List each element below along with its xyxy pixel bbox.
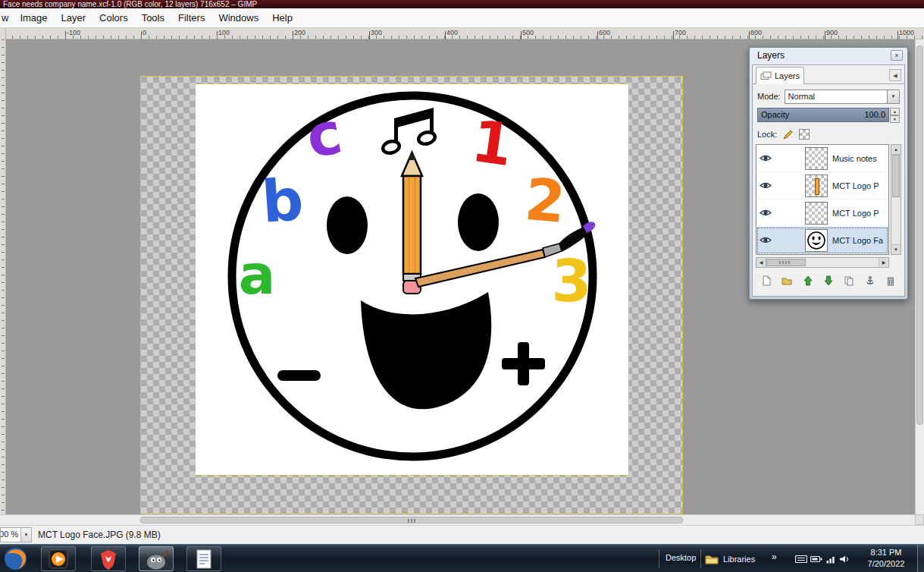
right-eye	[458, 193, 499, 251]
logo-number-2: 2	[522, 165, 568, 236]
delete-layer-button[interactable]	[882, 273, 900, 288]
scroll-up-icon[interactable]: ▲	[891, 145, 901, 155]
taskbar-divider	[659, 549, 659, 568]
minus-sign	[277, 370, 321, 381]
canvas-horizontal-scrollbar[interactable]	[0, 514, 915, 525]
menu-item-layer[interactable]: Layer	[55, 8, 93, 27]
ruler-tick-label: 1000	[899, 29, 914, 36]
menu-item-colors[interactable]: Colors	[92, 8, 135, 27]
anchor-layer-button[interactable]	[861, 273, 879, 288]
scrollbar-thumb[interactable]	[140, 517, 683, 523]
opacity-slider[interactable]: Opacity 100.0	[757, 108, 889, 122]
scrollbar-grip	[408, 519, 417, 523]
ruler-tick-label: 700	[675, 29, 686, 36]
close-icon[interactable]: ×	[891, 50, 903, 61]
lock-pixels-pencil-icon[interactable]	[782, 129, 794, 140]
opacity-label: Opacity	[761, 110, 789, 119]
chain-link-cell[interactable]	[775, 145, 805, 171]
new-layer-group-button[interactable]	[778, 273, 796, 288]
volume-icon[interactable]	[838, 552, 851, 565]
show-desktop-button[interactable]	[917, 545, 924, 572]
layers-dialog-titlebar[interactable]: Layers ×	[750, 48, 907, 64]
mode-label: Mode:	[757, 92, 781, 101]
menu-item-image[interactable]: Image	[13, 8, 54, 27]
tray-overflow-chevron[interactable]: »	[772, 552, 777, 562]
layer-row-selected[interactable]: MCT Logo Fa	[756, 227, 888, 254]
menu-item-filters[interactable]: Filters	[171, 8, 211, 27]
libraries-toolbar[interactable]: Libraries	[705, 550, 755, 568]
mini-smiley-icon	[806, 230, 827, 251]
ruler-tick-label: 200	[294, 29, 305, 36]
ruler-tick-label: 500	[522, 29, 534, 36]
duplicate-layer-button[interactable]	[840, 273, 858, 288]
horizontal-ruler[interactable]: -100 0 100 200 300 400 500 600 700 800 9…	[0, 28, 924, 39]
opacity-value: 100.0	[864, 110, 885, 119]
new-layer-button[interactable]	[757, 273, 775, 288]
spin-up-icon[interactable]: ▲	[890, 108, 900, 115]
tab-layers[interactable]: Layers	[756, 67, 804, 84]
layers-dialog-body: Layers ◀ Mode: Normal ▼ Opacity 100.0 ▲ …	[752, 64, 905, 297]
scroll-right-icon[interactable]: ▶	[879, 258, 888, 267]
window-titlebar[interactable]: Face needs company name.xcf-1.0 (RGB col…	[0, 0, 924, 8]
mct-logo-artwork: c b a 1 2 3	[141, 77, 683, 514]
scrollbar-thumb[interactable]	[916, 46, 923, 425]
keyboard-input-icon[interactable]	[794, 552, 807, 565]
scroll-left-icon[interactable]: ◀	[756, 258, 766, 267]
zoom-dropdown-arrow-icon[interactable]: ▼	[21, 527, 32, 542]
layers-dialog[interactable]: Layers × Layers ◀ Mode: Normal ▼ Opacity…	[749, 47, 908, 300]
chain-link-cell[interactable]	[775, 200, 805, 226]
visibility-eye-icon[interactable]	[756, 236, 775, 244]
layer-row[interactable]: Music notes	[756, 145, 888, 172]
canvas-navigation-button[interactable]	[915, 514, 924, 525]
spin-down-icon[interactable]: ▼	[890, 115, 900, 123]
mini-pencil-icon	[815, 178, 819, 195]
panel-collapse-icon[interactable]: ◀	[889, 69, 901, 81]
layer-row[interactable]: MCT Logo P	[756, 172, 888, 200]
clock-date: 7/20/2022	[860, 558, 913, 570]
writer-taskbar-icon[interactable]	[186, 546, 221, 571]
gimp-taskbar-icon[interactable]	[139, 546, 174, 571]
network-icon[interactable]	[825, 552, 838, 565]
layer-list-horizontal-scrollbar[interactable]: ◀ ▶	[756, 257, 889, 268]
layers-stack-icon	[760, 71, 772, 80]
visibility-eye-icon[interactable]	[756, 181, 775, 190]
menu-item-windows[interactable]: Windows	[211, 8, 265, 27]
lower-layer-button[interactable]	[819, 273, 838, 288]
scroll-down-icon[interactable]: ▼	[891, 244, 901, 254]
layer-row[interactable]: MCT Logo P	[756, 200, 888, 227]
scrollbar-grip	[779, 261, 790, 264]
desktop-toolbar-label[interactable]: Desktop	[666, 553, 696, 562]
taskbar-clock[interactable]: 8:31 PM 7/20/2022	[860, 547, 913, 570]
layer-list[interactable]: Music notes MCT Logo P MCT Logo P	[756, 144, 889, 255]
canvas-vertical-scrollbar[interactable]	[915, 39, 924, 514]
visibility-eye-icon[interactable]	[756, 209, 775, 217]
layer-mode-select[interactable]: Normal ▼	[785, 90, 900, 104]
firefox-taskbar-icon[interactable]	[2, 545, 29, 572]
layer-mode-value: Normal	[785, 92, 887, 101]
lock-alpha-icon[interactable]	[799, 129, 810, 140]
opacity-spinner[interactable]: ▲ ▼	[890, 108, 900, 122]
menu-item-tools[interactable]: Tools	[135, 8, 171, 27]
chevron-down-icon[interactable]: ▼	[887, 90, 899, 103]
menu-item-view-partial[interactable]: w	[0, 8, 13, 27]
scrollbar-thumb[interactable]	[892, 155, 900, 197]
tab-layers-label: Layers	[775, 71, 800, 80]
chain-link-cell[interactable]	[775, 227, 805, 253]
power-battery-icon[interactable]	[810, 552, 822, 565]
chain-link-cell[interactable]	[775, 172, 805, 199]
menu-item-help[interactable]: Help	[265, 8, 299, 27]
folder-icon	[705, 554, 719, 564]
ruler-tick-label: 600	[599, 29, 610, 36]
ruler-tick-label: -100	[67, 29, 80, 36]
ruler-tick-label: 0	[143, 29, 146, 36]
canvas-image[interactable]: c b a 1 2 3	[140, 76, 683, 514]
zoom-level-combo[interactable]: 100 %	[0, 527, 21, 542]
raise-layer-button[interactable]	[799, 273, 817, 288]
vertical-ruler[interactable]	[0, 39, 6, 514]
layer-list-vertical-scrollbar[interactable]: ▲ ▼	[891, 144, 901, 255]
visibility-eye-icon[interactable]	[756, 154, 775, 162]
media-player-taskbar-icon[interactable]	[41, 546, 76, 571]
brave-taskbar-icon[interactable]	[91, 546, 126, 571]
menu-bar: w Image Layer Colors Tools Filters Windo…	[0, 8, 924, 28]
layer-thumbnail	[805, 174, 828, 197]
